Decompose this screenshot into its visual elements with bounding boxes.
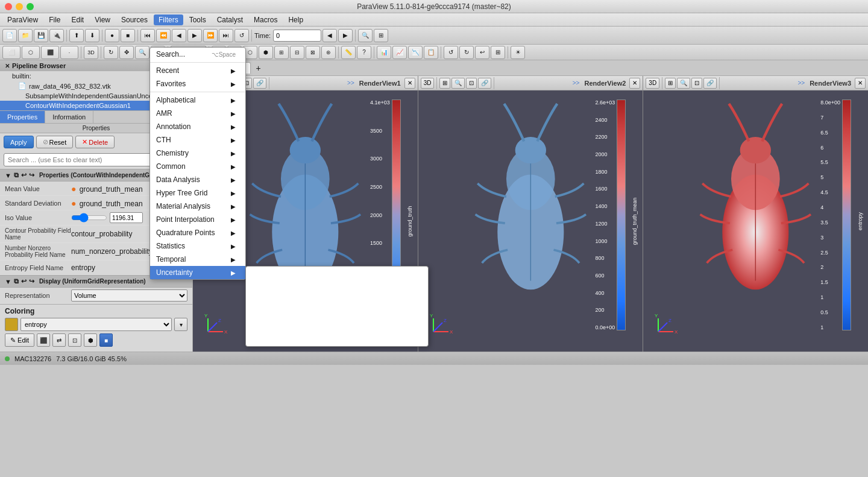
minimize-button[interactable] xyxy=(16,3,23,10)
submenu-subsample-uniform[interactable]: Subsample With Uniform Uncertainty xyxy=(246,333,428,346)
rep-select[interactable]: Volume xyxy=(71,289,187,302)
pan-btn[interactable]: ✥ xyxy=(119,46,134,59)
measure-btn[interactable]: 📏 xyxy=(341,46,356,59)
maximize-button[interactable] xyxy=(27,3,34,10)
play-backward[interactable]: ◀ xyxy=(172,29,186,42)
tab-information[interactable]: Information xyxy=(45,111,93,123)
v2-link[interactable]: 🔗 xyxy=(478,78,491,89)
color-field-select[interactable]: entropy xyxy=(20,318,172,331)
submenu-subsample-independent[interactable]: Subsample With Independent Gaussian Unce… xyxy=(246,320,428,333)
color-icon3[interactable]: ⊡ xyxy=(68,333,81,347)
menu-paraview[interactable]: ParaView xyxy=(2,14,43,25)
close-button[interactable] xyxy=(5,3,12,10)
color-icon4[interactable]: ⬢ xyxy=(84,333,97,347)
v3-3d-btn[interactable]: 3D xyxy=(646,78,659,89)
delete-btn[interactable]: ✕ Delete xyxy=(75,136,115,148)
loop-btn[interactable]: ↺ xyxy=(234,29,249,42)
v3-link[interactable]: 🔗 xyxy=(703,78,717,89)
iso-slider[interactable] xyxy=(71,213,107,223)
dd-temporal[interactable]: Temporal ▶ xyxy=(150,253,245,266)
dd-uncertainty[interactable]: Uncertainty ▶ Contour With Ensemble Cont… xyxy=(150,266,245,279)
v1-close[interactable]: ✕ xyxy=(404,78,415,89)
menu-catalyst[interactable]: Catalyst xyxy=(212,14,248,25)
connect-btn[interactable]: 🔌 xyxy=(49,29,64,42)
query-btn[interactable]: ? xyxy=(357,46,371,59)
menu-sources[interactable]: Sources xyxy=(116,14,153,25)
select-subtract[interactable]: ⊟ xyxy=(290,46,304,59)
first-frame[interactable]: ⏮ xyxy=(140,29,155,42)
surface-btn[interactable]: ⬜ xyxy=(2,46,20,59)
v2-3d-btn[interactable]: 3D xyxy=(421,78,435,89)
v2-close[interactable]: ✕ xyxy=(629,78,640,89)
dd-cth[interactable]: CTH ▶ xyxy=(150,133,245,147)
dd-hyper-tree-grid[interactable]: Hyper Tree Grid ▶ xyxy=(150,186,245,200)
dd-chemistry[interactable]: Chemistry ▶ xyxy=(150,147,245,160)
display-collapse-icon[interactable]: ▼ xyxy=(5,278,11,285)
zoom-to-data[interactable]: 🔍 xyxy=(358,29,373,42)
dd-amr[interactable]: AMR ▶ xyxy=(150,107,245,120)
submenu-contour-ensemble[interactable]: Contour With Ensemble xyxy=(246,267,428,280)
v3-orient[interactable]: ⊡ xyxy=(691,78,702,89)
import-state[interactable]: ⬆ xyxy=(69,29,84,42)
v3-zoom[interactable]: 🔍 xyxy=(677,78,690,89)
tab-properties[interactable]: Properties xyxy=(0,111,45,123)
reset-default[interactable]: ↻ xyxy=(459,46,474,59)
reset-btn[interactable]: ⊘ Reset xyxy=(36,136,74,148)
view2-content[interactable]: 2.6e+03 2400 2200 2000 1800 1600 1400 12… xyxy=(418,90,643,352)
dd-data-analysis[interactable]: Data Analysis ▶ xyxy=(150,173,245,186)
dd-search[interactable]: Search... ⌥Space xyxy=(150,48,245,61)
time-input[interactable] xyxy=(273,30,321,42)
select-expand[interactable]: ⊞ xyxy=(274,46,289,59)
reset-camera[interactable]: ⊞ xyxy=(374,29,388,42)
rotate-btn[interactable]: ↻ xyxy=(104,46,118,59)
dd-quadrature-points[interactable]: Quadrature Points ▶ xyxy=(150,226,245,239)
zoom-btn[interactable]: 🔍 xyxy=(135,46,149,59)
dd-annotation[interactable]: Annotation ▶ xyxy=(150,120,245,133)
add-layout-btn[interactable]: + xyxy=(252,62,264,74)
parallel-proj[interactable]: 3D xyxy=(84,46,98,59)
v1-link[interactable]: 🔗 xyxy=(253,78,266,89)
reset-all[interactable]: ↩ xyxy=(475,46,489,59)
menu-macros[interactable]: Macros xyxy=(249,14,282,25)
dd-point-interpolation[interactable]: Point Interpolation ▶ xyxy=(150,213,245,226)
color-icon1[interactable]: ⬛ xyxy=(37,333,50,347)
light-btn[interactable]: ☀ xyxy=(511,46,525,59)
time-prev[interactable]: ◀ xyxy=(322,29,337,42)
pts-btn[interactable]: · xyxy=(60,46,78,59)
time-next[interactable]: ▶ xyxy=(338,29,353,42)
undo-icon[interactable]: ↩ xyxy=(21,171,27,179)
solid-btn[interactable]: ⬛ xyxy=(41,46,59,59)
panel-close-x[interactable]: ✕ xyxy=(5,63,10,69)
view3-content[interactable]: 8.0e+00 7 6.5 6 5.5 5 4.5 4 3.5 3 2.5 2 xyxy=(643,90,868,352)
play-forward[interactable]: ▶ xyxy=(187,29,202,42)
submenu-contour-uniform[interactable]: Contour With Uniform Uncertainty xyxy=(246,293,428,306)
reset2[interactable]: ⊞ xyxy=(491,46,505,59)
menu-filters[interactable]: Filters xyxy=(154,14,183,25)
dd-alphabetical[interactable]: Alphabetical ▶ xyxy=(150,93,245,107)
color-icon5[interactable]: ■ xyxy=(99,333,113,347)
v3-reset[interactable]: ⊞ xyxy=(665,78,676,89)
dd-material-analysis[interactable]: Material Analysis ▶ xyxy=(150,200,245,213)
submenu-contour-independent[interactable]: Contour With Independent Gaussian xyxy=(246,280,428,293)
v2-reset[interactable]: ⊞ xyxy=(439,78,450,89)
select-all[interactable]: ⊛ xyxy=(321,46,336,59)
display-redo-icon[interactable]: ↪ xyxy=(29,277,34,285)
menu-tools[interactable]: Tools xyxy=(184,14,211,25)
redo-icon[interactable]: ↪ xyxy=(29,171,34,179)
props-search-input[interactable] xyxy=(4,153,173,166)
menu-view[interactable]: View xyxy=(90,14,115,25)
select-invert[interactable]: ⊠ xyxy=(306,46,320,59)
last-frame[interactable]: ⏭ xyxy=(219,29,233,42)
macro4-btn[interactable]: 📋 xyxy=(424,46,438,59)
v3-close[interactable]: ✕ xyxy=(855,78,866,89)
v2-zoom[interactable]: 🔍 xyxy=(451,78,465,89)
select-block[interactable]: ⬢ xyxy=(259,46,273,59)
v2-orient[interactable]: ⊡ xyxy=(466,78,477,89)
prev-frame[interactable]: ⏪ xyxy=(156,29,171,42)
menu-file[interactable]: File xyxy=(44,14,65,25)
macro-btn[interactable]: 📊 xyxy=(377,46,391,59)
submenu-subsample-ensemble[interactable]: Subsample With Ensemble Uncertainty xyxy=(246,306,428,320)
copy-icon[interactable]: ⧉ xyxy=(14,171,19,179)
open-btn[interactable]: 📁 xyxy=(18,29,33,42)
stop-trace[interactable]: ■ xyxy=(121,29,135,42)
